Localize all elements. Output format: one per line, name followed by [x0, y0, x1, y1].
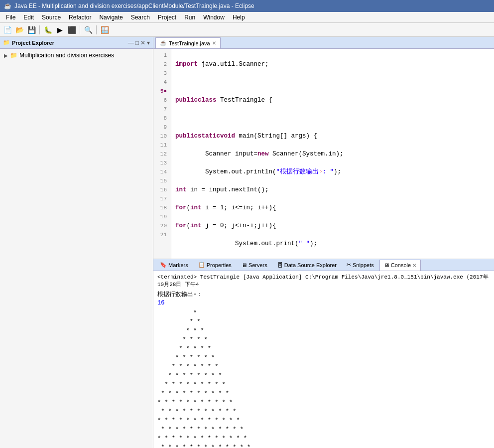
console-label: Console [391, 262, 411, 268]
line-6: 6 [155, 96, 169, 105]
properties-label: Properties [207, 262, 232, 268]
console-content: <terminated> TestTraingle [Java Applicat… [153, 271, 494, 448]
sidebar-header-icons: — □ ✕ ▾ [128, 39, 150, 46]
main-layout: 📁 Project Explorer — □ ✕ ▾ ▶ 📁 Multiplic… [0, 37, 494, 448]
stop-btn[interactable]: ⬛ [66, 24, 77, 35]
menu-navigate[interactable]: Navigate [95, 13, 126, 22]
markers-label: Markers [168, 262, 188, 268]
title-bar: ☕ Java EE - Multiplication and division … [0, 0, 494, 12]
properties-icon: 📋 [198, 262, 205, 268]
toolbar-sep-3 [96, 25, 97, 34]
menu-window[interactable]: Window [199, 13, 229, 22]
line-3: 3 [155, 69, 169, 78]
toolbar: 📄 📂 💾 🐛 ▶ ⬛ 🔍 🪟 [0, 23, 494, 37]
code-editor[interactable]: 1 2 3 4 5● 6 7 8 9 10 11 12 13 14 15 16 … [153, 49, 494, 259]
servers-icon: 🖥 [242, 262, 247, 268]
snippets-icon: ✂ [347, 262, 351, 268]
code-line-9: for(int i = 1; i<=in; i++){ [175, 203, 490, 212]
console-terminated-line: <terminated> TestTraingle [Java Applicat… [157, 273, 490, 288]
tree-expand-arrow: ▶ [4, 53, 8, 58]
line-11: 11 [155, 141, 169, 149]
sidebar-bottom [0, 62, 153, 448]
editor-tab-file[interactable]: ☕ TestTraingle.java ✕ [155, 37, 221, 48]
open-btn[interactable]: 📂 [14, 24, 25, 35]
code-line-8: int in = input.nextInt(); [175, 185, 490, 194]
console-output: * * * * * * * * * * * * * * * * * * * * … [157, 308, 490, 448]
code-line-1: import java.util.Scanner; [175, 60, 490, 69]
debug-btn[interactable]: 🐛 [42, 24, 53, 35]
sidebar-close-btn[interactable]: ✕ [140, 39, 145, 46]
menu-file[interactable]: File [2, 13, 19, 22]
sidebar-maximize-btn[interactable]: □ [135, 39, 139, 46]
datasource-label: Data Source Explorer [284, 262, 337, 268]
code-line-7: System.out.println("根据行数输出◦: "); [175, 167, 490, 176]
line-1: 1 [155, 51, 169, 60]
new-btn[interactable]: 📄 [2, 24, 13, 35]
tab-snippets[interactable]: ✂ Snippets [342, 260, 378, 271]
sidebar-menu-btn[interactable]: ▾ [147, 39, 150, 46]
code-content[interactable]: import java.util.Scanner; public class T… [171, 49, 494, 259]
code-line-2 [175, 78, 490, 87]
tab-markers[interactable]: 🔖 Markers [155, 260, 193, 271]
sidebar-header: 📁 Project Explorer — □ ✕ ▾ [0, 37, 153, 49]
console-prompt: 根据行数输出◦： [157, 290, 490, 299]
code-line-10: for(int j = 0; j<in-i;j++){ [175, 221, 490, 230]
window-title: Java EE - Multiplication and division ex… [14, 2, 254, 9]
tab-properties[interactable]: 📋 Properties [194, 260, 236, 271]
line-4: 4 [155, 78, 169, 87]
save-btn[interactable]: 💾 [26, 24, 37, 35]
project-folder-icon: 📁 [10, 52, 17, 59]
code-line-5: public static void main(String[] args) { [175, 132, 490, 141]
menu-refactor[interactable]: Refactor [65, 13, 95, 22]
project-tree: ▶ 📁 Multiplication and division exercise… [0, 49, 153, 62]
snippets-label: Snippets [353, 262, 374, 268]
menu-help[interactable]: Help [229, 13, 249, 22]
line-18: 18 [155, 203, 169, 212]
code-line-6: Scanner input=new Scanner(System.in); [175, 149, 490, 158]
file-tab-name: TestTraingle.java [169, 40, 210, 46]
code-line-3: public class TestTraingle { [175, 96, 490, 105]
sidebar-minimize-btn[interactable]: — [128, 39, 134, 46]
console-area: 🔖 Markers 📋 Properties 🖥 Servers 🗄 Data … [153, 259, 494, 448]
project-item[interactable]: ▶ 📁 Multiplication and division exercise… [0, 51, 153, 60]
tab-datasource[interactable]: 🗄 Data Source Explorer [273, 260, 341, 271]
menu-edit[interactable]: Edit [19, 13, 38, 22]
menu-run[interactable]: Run [180, 13, 199, 22]
line-20: 20 [155, 221, 169, 230]
console-tab-close[interactable]: ✕ [412, 263, 416, 268]
console-number: 16 [157, 299, 490, 306]
editor-area: ☕ TestTraingle.java ✕ 1 2 3 4 5● 6 7 8 9… [153, 37, 494, 448]
line-5: 5● [155, 87, 169, 96]
line-10: 10 [155, 132, 169, 141]
tab-servers[interactable]: 🖥 Servers [237, 260, 272, 271]
sidebar: 📁 Project Explorer — □ ✕ ▾ ▶ 📁 Multiplic… [0, 37, 153, 448]
markers-icon: 🔖 [160, 262, 167, 268]
title-icon: ☕ [4, 2, 11, 9]
console-icon: 🖥 [384, 262, 389, 268]
line-numbers: 1 2 3 4 5● 6 7 8 9 10 11 12 13 14 15 16 … [153, 49, 171, 259]
console-tabs: 🔖 Markers 📋 Properties 🖥 Servers 🗄 Data … [153, 259, 494, 271]
tab-console[interactable]: 🖥 Console ✕ [379, 260, 421, 271]
perspective-btn[interactable]: 🪟 [99, 24, 110, 35]
file-tab-icon: ☕ [160, 40, 167, 46]
sidebar-icon: 📁 [3, 39, 10, 46]
servers-label: Servers [248, 262, 267, 268]
menu-source[interactable]: Source [38, 13, 65, 22]
toolbar-sep-1 [39, 25, 40, 34]
line-12: 12 [155, 149, 169, 158]
line-14: 14 [155, 167, 169, 176]
line-8: 8 [155, 114, 169, 123]
menu-project[interactable]: Project [154, 13, 180, 22]
sidebar-title: 📁 Project Explorer [3, 39, 54, 46]
file-tab-close[interactable]: ✕ [212, 40, 216, 46]
line-7: 7 [155, 105, 169, 114]
menu-bar: File Edit Source Refactor Navigate Searc… [0, 12, 494, 23]
toolbar-sep-2 [80, 25, 80, 34]
search-btn[interactable]: 🔍 [83, 24, 94, 35]
run-btn[interactable]: ▶ [54, 24, 65, 35]
line-16: 16 [155, 185, 169, 194]
line-9: 9 [155, 123, 169, 132]
line-21: 21 [155, 230, 169, 239]
datasource-icon: 🗄 [277, 262, 283, 268]
menu-search[interactable]: Search [127, 13, 154, 22]
